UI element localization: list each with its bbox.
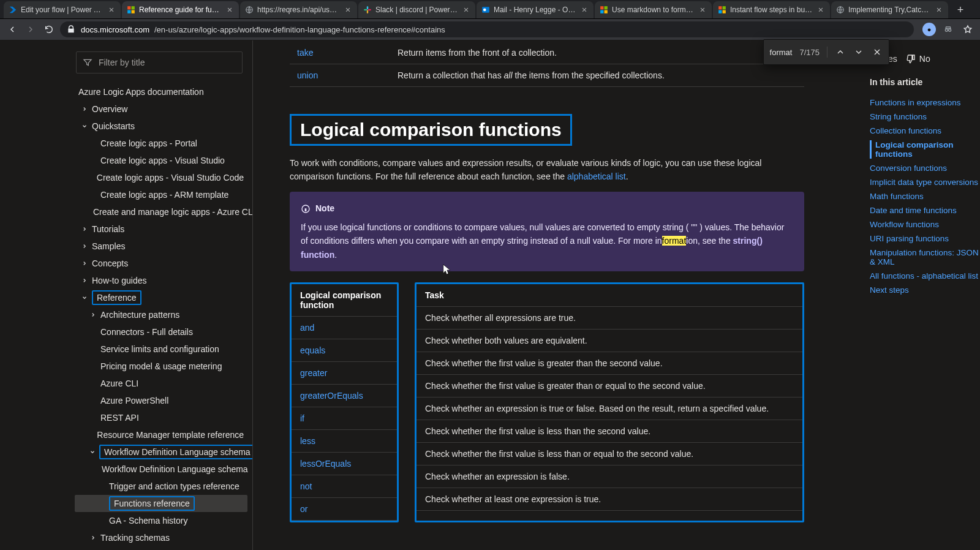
filter-input[interactable]: Filter by title xyxy=(76,51,243,73)
tab-close-icon[interactable] xyxy=(462,6,470,14)
nav-item[interactable]: Architecture patterns xyxy=(75,306,247,323)
nav-item[interactable]: REST API xyxy=(75,409,247,426)
nav-item[interactable]: Azure Policy built-ins xyxy=(75,546,247,550)
toc-link[interactable]: Date and time functions xyxy=(870,206,980,215)
nav-item[interactable]: Create logic apps - Visual Studio Code xyxy=(75,169,247,186)
browser-tab[interactable]: Mail - Henry Legge - Outlo xyxy=(477,1,594,18)
nav-item[interactable]: Resource Manager template reference xyxy=(75,426,247,443)
tab-close-icon[interactable] xyxy=(225,6,234,14)
url-domain: docs.microsoft.com xyxy=(81,25,149,34)
browser-tab[interactable]: https://reqres.in/api/users? xyxy=(240,1,357,18)
nav-item[interactable]: Create logic apps - Portal xyxy=(75,135,247,152)
table-row: Check whether both values are equivalent… xyxy=(417,329,802,352)
fn-link[interactable]: union xyxy=(297,70,318,80)
toc-link[interactable]: String functions xyxy=(870,112,980,121)
nav-item[interactable]: Connectors - Full details xyxy=(75,323,247,341)
table-row: Check whether an expression is false. xyxy=(417,465,802,488)
find-highlight: format xyxy=(662,236,687,246)
table-row: Check whether the first value is less th… xyxy=(417,442,802,465)
nav-item[interactable]: Trigger and action types reference xyxy=(75,478,247,495)
reload-button[interactable] xyxy=(42,22,56,37)
fn-link[interactable]: or xyxy=(300,504,307,514)
nav-item[interactable]: GA - Schema history xyxy=(75,512,247,529)
url-bar[interactable]: docs.microsoft.com/en-us/azure/logic-app… xyxy=(60,21,914,37)
nav-item[interactable]: Create logic apps - Visual Studio xyxy=(75,152,247,169)
browser-tab[interactable]: Instant flow steps in busines xyxy=(713,1,830,18)
nav-top[interactable]: Azure Logic Apps documentation xyxy=(75,83,247,100)
toc-link[interactable]: Workflow functions xyxy=(870,220,980,229)
browser-tab[interactable]: Implementing Try,Catch and xyxy=(831,1,948,18)
toc-link[interactable]: Math functions xyxy=(870,192,980,201)
nav-item[interactable]: Tutorials xyxy=(75,220,247,238)
toc-list: Functions in expressionsString functions… xyxy=(870,98,980,295)
find-separator xyxy=(827,47,827,58)
toc-link[interactable]: Functions in expressions xyxy=(870,98,980,107)
address-bar-row: docs.microsoft.com/en-us/azure/logic-app… xyxy=(0,19,980,40)
toc-link[interactable]: All functions - alphabetical list xyxy=(870,271,980,281)
nav-item[interactable]: Quickstarts xyxy=(75,118,247,135)
fn-link[interactable]: equals xyxy=(300,345,325,355)
nav-item-label: Trigger and action types reference xyxy=(109,481,239,491)
nav-item[interactable]: Reference xyxy=(75,289,247,306)
nav-item-label: How-to guides xyxy=(92,276,147,285)
toc-link[interactable]: URI parsing functions xyxy=(870,234,980,243)
find-prev-button[interactable] xyxy=(835,47,846,58)
fn-link[interactable]: less xyxy=(300,436,315,446)
tab-strip: Edit your flow | Power Auto Reference gu… xyxy=(0,0,980,19)
alphabetical-list-link[interactable]: alphabetical list xyxy=(567,171,626,181)
toc-link[interactable]: Next steps xyxy=(870,285,980,295)
nav-item[interactable]: Concepts xyxy=(75,255,247,272)
feedback-no[interactable]: No xyxy=(906,54,930,64)
tab-close-icon[interactable] xyxy=(107,6,116,14)
browser-tab[interactable]: Use markdown to format Po xyxy=(595,1,712,18)
forward-button[interactable] xyxy=(23,22,38,37)
nav-item-label: Concepts xyxy=(92,258,128,268)
fn-link[interactable]: lessOrEquals xyxy=(300,459,351,469)
browser-tab[interactable]: Slack | discord | Power Aut xyxy=(358,1,475,18)
svg-point-21 xyxy=(949,29,951,31)
fn-link[interactable]: greaterOrEquals xyxy=(300,391,363,401)
nav-item-label: Create logic apps - Visual Studio Code xyxy=(97,173,244,183)
nav-item[interactable]: Azure PowerShell xyxy=(75,392,247,409)
fn-link[interactable]: greater xyxy=(300,368,327,378)
nav-item[interactable]: Pricing model & usage metering xyxy=(75,358,247,375)
toc-link[interactable]: Collection functions xyxy=(870,126,980,135)
fn-task: Check whether both values are equivalent… xyxy=(417,329,802,352)
new-tab-button[interactable]: + xyxy=(952,1,969,18)
tab-close-icon[interactable] xyxy=(816,6,825,14)
back-button[interactable] xyxy=(5,22,20,37)
nav-item[interactable]: Service limits and configuration xyxy=(75,341,247,358)
nav-item[interactable]: Functions reference xyxy=(75,495,247,512)
nav-item-label: Azure CLI xyxy=(100,379,138,388)
nav-item[interactable]: How-to guides xyxy=(75,272,247,289)
nav-item[interactable]: Tracking schemas xyxy=(75,529,247,546)
toc-link[interactable]: Implicit data type conversions xyxy=(870,178,980,187)
nav-item[interactable]: Overview xyxy=(75,100,247,118)
svg-rect-14 xyxy=(605,10,608,13)
find-close-button[interactable] xyxy=(872,47,883,58)
tab-close-icon[interactable] xyxy=(344,6,352,14)
fn-link[interactable]: and xyxy=(300,323,314,333)
fn-link[interactable]: take xyxy=(297,48,313,58)
find-in-page[interactable]: format 7/175 xyxy=(763,39,889,65)
browser-tab[interactable]: Edit your flow | Power Auto xyxy=(4,1,121,18)
star-icon[interactable] xyxy=(960,22,975,37)
fn-link[interactable]: not xyxy=(300,481,312,491)
tab-close-icon[interactable] xyxy=(580,6,589,14)
profile-avatar[interactable]: ● xyxy=(922,23,936,36)
table-row: takeReturn items from the front of a col… xyxy=(290,42,804,64)
nav-item[interactable]: Create logic apps - ARM template xyxy=(75,186,247,203)
find-next-button[interactable] xyxy=(853,47,864,58)
nav-item[interactable]: Create and manage logic apps - Azure CLI xyxy=(75,203,247,220)
toc-link[interactable]: Conversion functions xyxy=(870,164,980,173)
tab-close-icon[interactable] xyxy=(935,6,943,14)
fn-link[interactable]: if xyxy=(300,413,304,423)
browser-tab[interactable]: Reference guide for functio xyxy=(122,1,239,18)
nav-item[interactable]: Workflow Definition Language schema xyxy=(75,461,247,478)
nav-item[interactable]: Workflow Definition Language schema xyxy=(75,443,247,461)
tab-close-icon[interactable] xyxy=(698,6,707,14)
toc-link[interactable]: Logical comparison functions xyxy=(870,140,980,159)
nav-item[interactable]: Samples xyxy=(75,238,247,255)
toc-link[interactable]: Manipulation functions: JSON & XML xyxy=(870,248,980,266)
nav-item[interactable]: Azure CLI xyxy=(75,375,247,392)
